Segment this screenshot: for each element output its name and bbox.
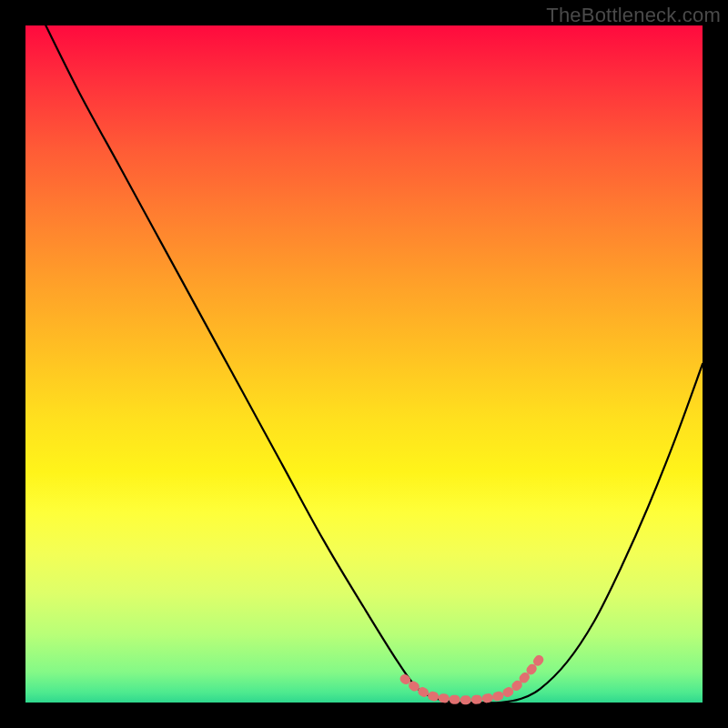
- plot-area: [25, 25, 703, 703]
- bottleneck-curve: [46, 25, 703, 703]
- chart-frame: TheBottleneck.com: [0, 0, 728, 728]
- flat-highlight: [405, 659, 541, 701]
- curve-svg: [25, 25, 703, 703]
- watermark-text: TheBottleneck.com: [546, 4, 721, 27]
